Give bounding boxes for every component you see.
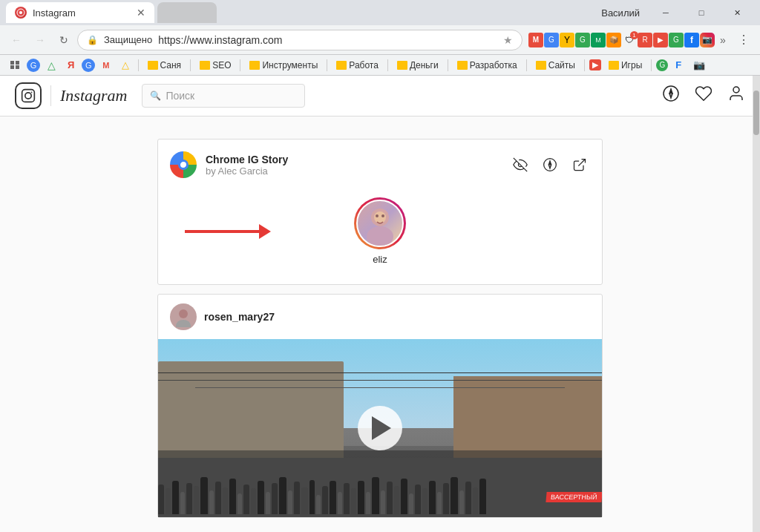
bookmark-dev[interactable]: Разработка bbox=[453, 59, 522, 72]
bookmark-tools[interactable]: Инструменты bbox=[245, 59, 322, 72]
search-placeholder: Поиск bbox=[166, 90, 194, 102]
svg-point-3 bbox=[25, 93, 31, 99]
bookmark-f-label[interactable]: F bbox=[671, 58, 686, 72]
svg-line-13 bbox=[578, 160, 585, 166]
bookmark-drive[interactable]: △ bbox=[43, 58, 60, 73]
bookmark-apps[interactable] bbox=[6, 59, 24, 70]
address-text: https://www.instagram.com bbox=[158, 34, 497, 46]
scrollbar[interactable] bbox=[753, 76, 760, 532]
post-username[interactable]: rosen_mary27 bbox=[204, 311, 275, 323]
ext-icon-4[interactable]: G bbox=[575, 33, 590, 47]
svg-rect-2 bbox=[22, 90, 35, 102]
scrollbar-thumb[interactable] bbox=[753, 91, 759, 135]
post-header: rosen_mary27 bbox=[158, 295, 602, 339]
ext-icon-green[interactable]: G bbox=[669, 33, 684, 47]
new-tab-button[interactable] bbox=[157, 2, 217, 23]
ext-icon-ig[interactable]: 📷 bbox=[700, 33, 715, 47]
story-widget-title-area: Chrome IG Story by Alec Garcia bbox=[170, 151, 288, 178]
bookmark-separator-3 bbox=[240, 59, 240, 71]
compass-story-button[interactable] bbox=[540, 154, 560, 175]
tab-close-button[interactable]: ✕ bbox=[137, 7, 145, 19]
profile-button[interactable] bbox=[727, 85, 745, 107]
ext-icon-yt[interactable]: ▶ bbox=[653, 33, 668, 47]
ext-icon-5[interactable]: M bbox=[591, 33, 606, 47]
svg-point-4 bbox=[31, 92, 33, 93]
story-avatar-ring bbox=[354, 197, 406, 249]
bookmark-ig[interactable]: 📷 bbox=[689, 58, 710, 72]
bookmark-yandex[interactable]: Я bbox=[63, 58, 79, 72]
instagram-logo-icon bbox=[15, 82, 42, 109]
bookmark-separator-8 bbox=[584, 59, 585, 71]
header-actions bbox=[662, 85, 745, 107]
ext-icon-f[interactable]: f bbox=[684, 33, 699, 47]
instagram-page: Instagram 🔍 Поиск bbox=[0, 76, 760, 532]
bookmark-drive2[interactable]: △ bbox=[117, 58, 134, 72]
extension-icons: M G Y G M 📦 🛡 1 R ▶ G f 📷 » bbox=[528, 33, 730, 47]
bookmark-seo-label: SEO bbox=[212, 60, 231, 70]
bookmark-separator-6 bbox=[448, 59, 448, 71]
svg-point-20 bbox=[176, 320, 191, 327]
bookmark-separator-2 bbox=[190, 59, 191, 71]
menu-button[interactable]: ⋮ bbox=[733, 30, 754, 50]
bookmark-games[interactable]: Игры bbox=[604, 59, 646, 72]
feed-post: rosen_mary27 bbox=[157, 294, 603, 518]
browser-window: Instagram ✕ Василий ─ □ ✕ ← → ↻ 🔒 Защище… bbox=[0, 0, 760, 532]
bookmark-sites-label: Сайты bbox=[548, 60, 575, 70]
bookmark-sites[interactable]: Сайты bbox=[531, 59, 580, 72]
chrome-icon-inner bbox=[178, 160, 189, 170]
post-avatar[interactable] bbox=[170, 303, 197, 330]
story-avatar-wrap[interactable]: eliz bbox=[354, 197, 406, 265]
folder-icon bbox=[249, 61, 260, 70]
back-button[interactable]: ← bbox=[6, 30, 27, 50]
folder-icon bbox=[200, 61, 210, 70]
reload-button[interactable]: ↻ bbox=[53, 30, 74, 50]
instagram-wordmark: Instagram bbox=[60, 86, 127, 105]
ext-icon-1[interactable]: M bbox=[528, 33, 543, 47]
bookmark-seo[interactable]: SEO bbox=[195, 59, 235, 72]
chrome-ig-story-icon bbox=[170, 151, 197, 178]
bookmark-money-label: Деньги bbox=[410, 60, 439, 70]
play-button[interactable] bbox=[358, 406, 402, 450]
bookmark-separator-9 bbox=[651, 59, 652, 71]
folder-icon bbox=[457, 61, 468, 70]
more-extensions-button[interactable]: » bbox=[715, 33, 730, 47]
post-image[interactable]: ВАССЕРТНЫЙ bbox=[158, 339, 602, 517]
ext-icon-3[interactable]: Y bbox=[560, 33, 574, 47]
secure-icon: 🔒 bbox=[87, 35, 98, 45]
search-box[interactable]: 🔍 Поиск bbox=[142, 84, 305, 108]
open-external-button[interactable] bbox=[569, 154, 590, 175]
ext-icon-red[interactable]: R bbox=[638, 33, 652, 47]
bookmark-gmail[interactable]: M bbox=[98, 59, 114, 71]
hide-story-button[interactable] bbox=[510, 154, 531, 175]
navigation-bar: ← → ↻ 🔒 Защищено https://www.instagram.c… bbox=[0, 25, 760, 55]
compass-button[interactable] bbox=[662, 85, 680, 107]
heart-button[interactable] bbox=[695, 85, 712, 107]
close-button[interactable]: ✕ bbox=[720, 1, 754, 24]
ext-icon-6[interactable]: 📦 bbox=[606, 33, 621, 47]
bookmark-star-icon[interactable]: ★ bbox=[503, 34, 513, 46]
story-widget-header: Chrome IG Story by Alec Garcia bbox=[170, 151, 590, 178]
story-avatar-username: eliz bbox=[373, 254, 387, 265]
address-bar[interactable]: 🔒 Защищено https://www.instagram.com ★ bbox=[77, 30, 522, 50]
bookmark-g2[interactable]: G bbox=[82, 59, 95, 72]
forward-button[interactable]: → bbox=[30, 30, 50, 50]
bookmark-green-g[interactable]: G bbox=[656, 59, 668, 71]
bookmark-google[interactable]: G bbox=[27, 59, 40, 72]
active-tab[interactable]: Instagram ✕ bbox=[6, 2, 154, 23]
bookmark-sanya[interactable]: Саня bbox=[143, 59, 186, 72]
arrow-head bbox=[259, 224, 271, 239]
tab-favicon bbox=[15, 7, 27, 19]
bookmark-work[interactable]: Работа bbox=[332, 59, 383, 72]
bookmark-games-label: Игры bbox=[621, 60, 642, 70]
title-bar: Instagram ✕ Василий ─ □ ✕ bbox=[0, 0, 760, 25]
minimize-button[interactable]: ─ bbox=[649, 1, 683, 24]
bookmark-separator-5 bbox=[387, 59, 388, 71]
street-scene-image: ВАССЕРТНЫЙ bbox=[158, 339, 602, 517]
bookmark-youtube-red[interactable]: ▶ bbox=[589, 59, 601, 70]
ext-icon-shield[interactable]: 🛡 1 bbox=[622, 33, 637, 47]
ext-icon-2[interactable]: G bbox=[544, 33, 559, 47]
bookmark-money[interactable]: Деньги bbox=[393, 59, 443, 72]
maximize-button[interactable]: □ bbox=[684, 1, 718, 24]
instagram-feed: Chrome IG Story by Alec Garcia bbox=[157, 139, 603, 518]
search-icon: 🔍 bbox=[150, 91, 161, 101]
